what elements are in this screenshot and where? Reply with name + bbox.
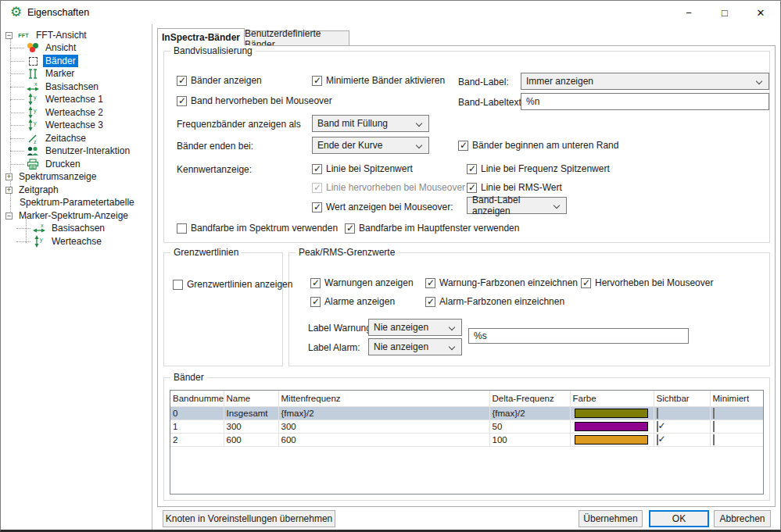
checkbox-linie-hervorheben-mouseover: Linie hervorheben bei Mouseover	[312, 181, 465, 194]
checkbox-hervorheben-mouseover[interactable]: Hervorheben bei Mouseover	[581, 277, 713, 289]
tree-item-fft-ansicht[interactable]: − FFT FFT-Ansicht	[5, 29, 89, 41]
checkbox-baender-beginnen[interactable]: Bänder beginnen am unteren Rand	[458, 139, 618, 152]
column-header[interactable]: Sichtbar	[654, 391, 710, 406]
column-header[interactable]: Delta-Frequenz	[489, 391, 570, 406]
color-swatch[interactable]	[575, 422, 648, 431]
column-header[interactable]: Farbe	[570, 391, 654, 406]
baender-enden-dropdown[interactable]: Ende der Kurve	[312, 137, 429, 154]
cell-bandnummer: 1	[170, 420, 224, 433]
checkbox-linie-spitzenwert[interactable]: Linie bei Spitzenwert	[312, 162, 413, 175]
apply-button[interactable]: Übernehmen	[579, 510, 643, 527]
tree-item-werteachse-marker[interactable]: y Werteachse	[32, 235, 104, 248]
tab-inspectra-baender[interactable]: InSpectra-Bänder	[157, 28, 245, 46]
checkbox-band-hervorheben[interactable]: Band hervorheben bei Mouseover	[177, 95, 332, 107]
checkbox-wert-anzeigen-mouseover[interactable]: Wert anzeigen bei Mouseover:	[312, 201, 453, 213]
frequenzbaender-als-dropdown[interactable]: Band mit Füllung	[312, 115, 429, 132]
x-axis-icon: x	[26, 80, 40, 93]
color-swatch[interactable]	[575, 409, 648, 418]
tree-item-zeitachse[interactable]: z Zeitachse	[26, 132, 88, 145]
minimiert-checkbox[interactable]	[713, 421, 715, 432]
tree-item-zeitgraph[interactable]: + Zeitgraph	[5, 184, 61, 196]
collapse-icon[interactable]: −	[5, 32, 13, 39]
tree-item-baender[interactable]: Bänder	[26, 55, 78, 67]
label-warnung-dropdown[interactable]: Nie anzeigen	[368, 319, 462, 336]
sichtbar-checkbox[interactable]	[657, 408, 658, 419]
maximize-button[interactable]: □	[707, 1, 743, 24]
tree-item-basisachsen-marker[interactable]: x Basisachsen	[32, 222, 107, 234]
tree-item-label: Spektrum-Parametertabelle	[17, 196, 137, 209]
collapse-icon[interactable]: −	[5, 212, 13, 220]
tree-item-werteachse-3[interactable]: y Werteachse 3	[26, 119, 106, 131]
checkbox-label: Hervorheben bei Mouseover	[595, 277, 713, 288]
tree-item-marker-spektrum-anzeige[interactable]: − Marker-Spektrum-Anzeige	[5, 209, 131, 222]
tree-item-werteachse-1[interactable]: y Werteachse 1	[26, 93, 106, 105]
column-header[interactable]: Minimiert	[710, 391, 764, 406]
checkbox-icon	[177, 223, 187, 234]
checkbox-label: Wert anzeigen bei Mouseover:	[326, 202, 453, 212]
apply-node-presets-button[interactable]: Knoten in Voreinstellungen übernehmen	[163, 510, 335, 527]
cell-bandnummer: 0	[170, 406, 224, 420]
chevron-down-icon	[449, 324, 455, 330]
minimiert-checkbox[interactable]	[713, 408, 715, 419]
dropdown-value: Band mit Füllung	[317, 118, 388, 129]
tree-item-ansicht[interactable]: Ansicht	[26, 41, 78, 54]
checkbox-icon	[173, 280, 183, 290]
checkbox-linie-frequenz-spitzenwert[interactable]: Linie bei Frequenz Spitzenwert	[467, 162, 610, 175]
table-row[interactable]: 1 300 300 50	[170, 420, 764, 433]
table-row[interactable]: 2 600 600 100	[170, 433, 764, 446]
cell-farbe	[570, 406, 654, 420]
checkbox-linie-rms[interactable]: Linie bei RMS-Wert	[467, 181, 562, 194]
column-header[interactable]: Bandnummer	[170, 391, 224, 406]
tree-item-basisachsen[interactable]: x Basisachsen	[26, 80, 101, 93]
checkbox-baender-anzeigen[interactable]: Bänder anzeigen	[177, 74, 262, 87]
cancel-button[interactable]: Abbrechen	[714, 510, 771, 527]
close-button[interactable]: ✕	[743, 1, 779, 24]
sichtbar-checkbox[interactable]	[657, 434, 658, 445]
minimiert-checkbox[interactable]	[713, 434, 715, 445]
tree-item-benutzer-interaktion[interactable]: Benutzer-Interaktion	[26, 145, 132, 157]
column-header[interactable]: Mittenfrequenz	[278, 391, 489, 406]
band-label-dropdown[interactable]: Immer anzeigen	[521, 73, 769, 90]
checkbox-grenzwertlinien-anzeigen[interactable]: Grenzwertlinien anzeigen	[173, 278, 292, 291]
checkbox-bandfarbe-hauptfenster[interactable]: Bandfarbe im Hauptfenster verwenden	[345, 222, 519, 234]
tree-item-label: Benutzer-Interaktion	[43, 145, 132, 157]
group-title: Bandvisualisierung	[170, 45, 256, 56]
checkbox-alarm-farbzonen[interactable]: Alarm-Farbzonen einzeichnen	[425, 295, 564, 308]
checkbox-bandfarbe-spektrum[interactable]: Bandfarbe im Spektrum verwenden	[177, 222, 338, 234]
tree-item-label-selected: Bänder	[43, 55, 78, 67]
tree-item-spektrum-parametertabelle[interactable]: Spektrum-Parametertabelle	[17, 196, 137, 209]
label-text-input[interactable]	[468, 328, 689, 344]
svg-text:y: y	[34, 108, 37, 114]
wert-anzeigen-dropdown[interactable]: Band-Label anzeigen	[467, 197, 567, 214]
expand-icon[interactable]: +	[5, 173, 13, 180]
checkbox-label: Linie bei RMS-Wert	[481, 182, 562, 193]
tree-item-spektrumsanzeige[interactable]: + Spektrumsanzeige	[5, 170, 99, 183]
dropdown-value: Band-Label anzeigen	[472, 195, 547, 216]
tree-item-drucken[interactable]: Drucken	[26, 158, 83, 170]
checkbox-minimierte-baender[interactable]: Minimierte Bänder aktivieren	[312, 74, 445, 87]
checkbox-label: Band hervorheben bei Mouseover	[191, 95, 332, 106]
label-alarm-dropdown[interactable]: Nie anzeigen	[368, 338, 462, 355]
sichtbar-checkbox[interactable]	[657, 421, 658, 432]
ok-button[interactable]: OK	[649, 510, 709, 527]
checkbox-label: Bandfarbe im Spektrum verwenden	[191, 223, 338, 234]
tab-benutzerdefinierte-baender[interactable]: Benutzerdefinierte Bänder	[244, 30, 349, 46]
band-labeltext-input[interactable]	[521, 93, 769, 110]
checkbox-alarme-anzeigen[interactable]: Alarme anzeigen	[310, 295, 395, 308]
checkbox-warnung-farbzonen[interactable]: Warnung-Farbzonen einzeichnen	[425, 277, 578, 289]
minimize-button[interactable]: −	[671, 1, 707, 24]
y-axis-icon: y	[26, 119, 40, 131]
color-swatch[interactable]	[575, 435, 648, 445]
dropdown-value: Immer anzeigen	[526, 76, 593, 87]
tree-item-marker[interactable]: Marker	[26, 67, 77, 80]
checkbox-label: Warnungen anzeigen	[324, 277, 414, 288]
tree-item-werteachse-2[interactable]: y Werteachse 2	[26, 106, 106, 119]
expand-icon[interactable]: +	[5, 187, 13, 194]
group-peak-rms-grenzwerte: Peak/RMS-Grenzwerte	[288, 252, 770, 366]
column-header[interactable]: Name	[224, 391, 278, 406]
y-axis-icon: y	[26, 106, 40, 119]
cell-minimiert	[710, 433, 764, 446]
checkbox-warnungen-anzeigen[interactable]: Warnungen anzeigen	[310, 277, 414, 289]
cell-name: Insgesamt	[224, 406, 278, 420]
table-row[interactable]: 0 Insgesamt {fmax}/2 {fmax}/2	[170, 406, 764, 420]
